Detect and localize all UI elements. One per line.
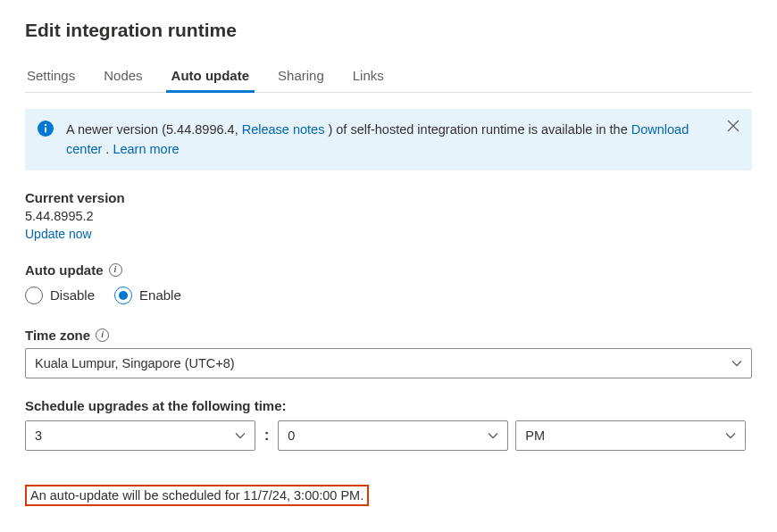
radio-circle-icon [25,287,43,304]
auto-update-section: Auto update i Disable Enable [25,262,752,304]
banner-new-version: 5.44.8996.4 [166,122,235,137]
schedule-ampm-select[interactable]: PM [515,420,746,451]
schedule-section: Schedule upgrades at the following time:… [25,398,752,451]
tab-sharing[interactable]: Sharing [276,61,326,92]
schedule-note-highlight: An auto-update will be scheduled for 11/… [25,485,369,506]
radio-enable[interactable]: Enable [114,287,181,304]
chevron-down-icon [488,430,498,441]
chevron-down-icon [235,430,246,441]
svg-point-2 [45,124,46,126]
banner-text: . [102,142,113,156]
tab-links[interactable]: Links [351,61,386,92]
auto-update-label: Auto update [25,262,104,278]
banner-message: A newer version (5.44.8996.4, Release no… [66,120,714,160]
tab-auto-update[interactable]: Auto update [170,61,252,92]
schedule-note: An auto-update will be scheduled for 11/… [30,488,363,503]
release-notes-link[interactable]: Release notes [242,122,325,137]
time-zone-section: Time zone i Kuala Lumpur, Singapore (UTC… [25,328,752,378]
svg-rect-1 [45,128,46,133]
banner-text: , [235,122,242,137]
tab-nodes[interactable]: Nodes [102,61,144,92]
current-version-label: Current version [25,190,752,205]
banner-text: A newer version ( [66,122,166,137]
radio-enable-label: Enable [139,287,181,303]
auto-update-radio-group: Disable Enable [25,287,752,304]
close-icon[interactable] [727,120,739,132]
time-zone-value: Kuala Lumpur, Singapore (UTC+8) [35,356,235,370]
radio-circle-icon [114,287,132,304]
page-title: Edit integration runtime [25,20,752,41]
schedule-hour-select[interactable]: 3 [25,420,255,451]
radio-disable-label: Disable [50,287,95,303]
schedule-hour-value: 3 [35,428,42,443]
radio-disable[interactable]: Disable [25,287,95,304]
banner-text: ) of self-hosted integration runtime is … [324,122,631,137]
chevron-down-icon [725,430,736,441]
schedule-minute-select[interactable]: 0 [278,420,508,451]
schedule-minute-value: 0 [288,428,295,443]
info-icon[interactable]: i [96,328,109,342]
tab-bar: Settings Nodes Auto update Sharing Links [25,61,752,93]
time-zone-select[interactable]: Kuala Lumpur, Singapore (UTC+8) [25,348,752,378]
current-version-value: 5.44.8995.2 [25,209,752,223]
current-version-section: Current version 5.44.8995.2 Update now [25,190,752,241]
info-banner: A newer version (5.44.8996.4, Release no… [25,109,752,170]
time-zone-label: Time zone [25,328,90,343]
chevron-down-icon [731,358,742,369]
time-colon: : [263,428,271,444]
update-now-link[interactable]: Update now [25,227,92,241]
learn-more-link[interactable]: Learn more [113,142,179,156]
schedule-ampm-value: PM [525,428,545,443]
tab-settings[interactable]: Settings [25,61,77,92]
info-icon [38,121,54,137]
schedule-label: Schedule upgrades at the following time: [25,398,752,413]
info-icon[interactable]: i [109,263,122,277]
